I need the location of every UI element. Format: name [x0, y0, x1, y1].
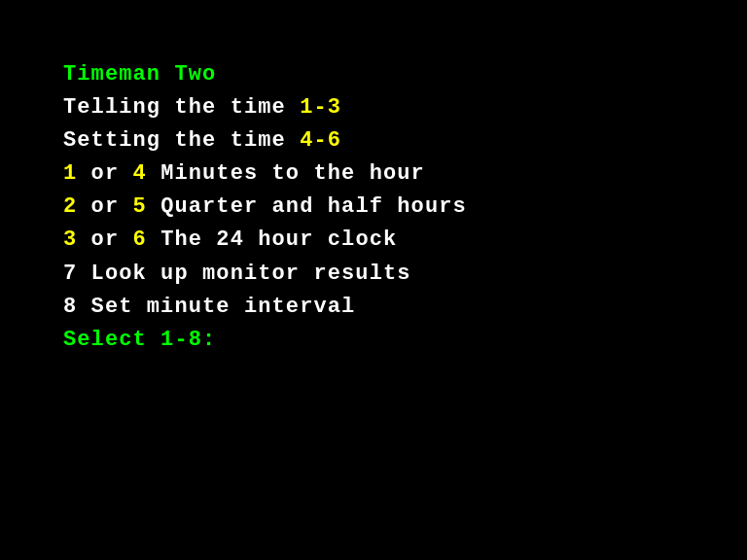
text-segment: 4	[133, 161, 147, 186]
text-segment: 7 Look up monitor results	[63, 262, 411, 286]
text-segment: Select 1-8:	[63, 328, 216, 352]
line-option2: 2 or 5 Quarter and half hours	[63, 191, 684, 224]
line-telling: Telling the time 1-3	[63, 91, 684, 124]
text-segment: 2	[63, 194, 77, 219]
line-option1: 1 or 4 Minutes to the hour	[63, 158, 684, 191]
text-segment: Timeman Two	[63, 62, 216, 87]
text-segment: 5	[133, 194, 147, 219]
text-segment: Telling the time	[63, 95, 300, 120]
text-segment: Minutes to the hour	[147, 161, 425, 186]
line-select[interactable]: Select 1-8:	[63, 324, 684, 357]
line-setting: Setting the time 4-6	[63, 124, 684, 158]
line-option3: 3 or 6 The 24 hour clock	[63, 224, 684, 257]
text-segment: 3	[63, 228, 77, 252]
main-screen: Timeman TwoTelling the time 1-3Setting t…	[0, 0, 747, 560]
text-segment: Setting the time	[63, 128, 300, 153]
text-segment: or	[77, 194, 132, 219]
line-option8: 8 Set minute interval	[63, 291, 684, 324]
text-segment: 1	[63, 161, 77, 186]
line-option7: 7 Look up monitor results	[63, 258, 684, 291]
text-segment: 4-6	[300, 128, 341, 153]
text-segment: Quarter and half hours	[147, 194, 467, 219]
text-segment: 6	[133, 228, 147, 252]
text-segment: 8 Set minute interval	[63, 295, 355, 319]
text-segment: The 24 hour clock	[147, 228, 397, 252]
text-segment: or	[77, 228, 132, 252]
text-segment: 1-3	[300, 95, 341, 120]
line-title: Timeman Two	[63, 58, 684, 91]
text-segment: or	[77, 161, 132, 186]
